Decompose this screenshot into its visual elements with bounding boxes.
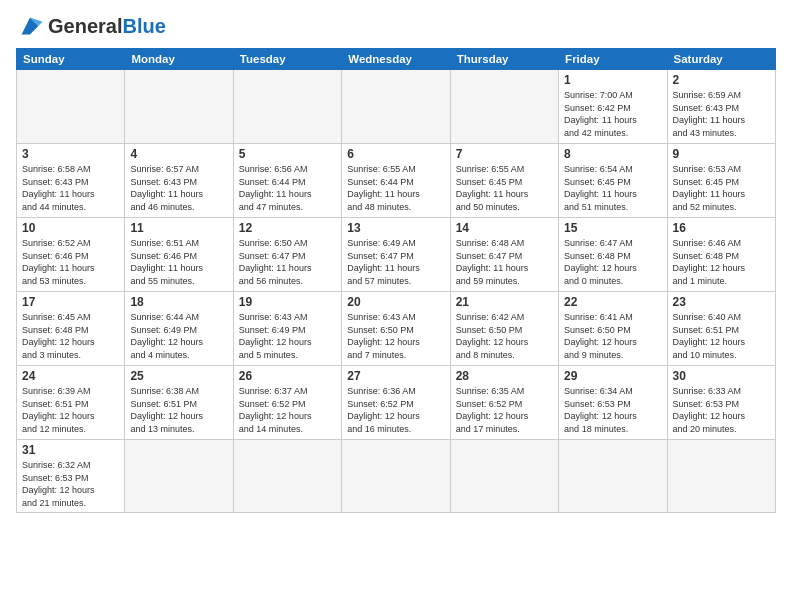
day-info: Sunrise: 6:43 AM Sunset: 6:50 PM Dayligh… <box>347 311 444 361</box>
calendar-cell: 3Sunrise: 6:58 AM Sunset: 6:43 PM Daylig… <box>17 144 125 218</box>
day-info: Sunrise: 6:51 AM Sunset: 6:46 PM Dayligh… <box>130 237 227 287</box>
day-number: 13 <box>347 221 444 235</box>
day-info: Sunrise: 6:55 AM Sunset: 6:45 PM Dayligh… <box>456 163 553 213</box>
day-number: 9 <box>673 147 770 161</box>
calendar-cell <box>667 440 775 513</box>
day-number: 2 <box>673 73 770 87</box>
calendar-cell <box>233 440 341 513</box>
day-number: 4 <box>130 147 227 161</box>
day-number: 27 <box>347 369 444 383</box>
col-tuesday: Tuesday <box>233 49 341 70</box>
day-number: 16 <box>673 221 770 235</box>
day-info: Sunrise: 6:37 AM Sunset: 6:52 PM Dayligh… <box>239 385 336 435</box>
day-number: 18 <box>130 295 227 309</box>
calendar-cell <box>450 70 558 144</box>
calendar-cell: 26Sunrise: 6:37 AM Sunset: 6:52 PM Dayli… <box>233 366 341 440</box>
day-info: Sunrise: 6:32 AM Sunset: 6:53 PM Dayligh… <box>22 459 119 509</box>
day-info: Sunrise: 6:53 AM Sunset: 6:45 PM Dayligh… <box>673 163 770 213</box>
calendar-cell: 10Sunrise: 6:52 AM Sunset: 6:46 PM Dayli… <box>17 218 125 292</box>
week-row: 10Sunrise: 6:52 AM Sunset: 6:46 PM Dayli… <box>17 218 776 292</box>
day-number: 7 <box>456 147 553 161</box>
day-number: 30 <box>673 369 770 383</box>
calendar-cell: 19Sunrise: 6:43 AM Sunset: 6:49 PM Dayli… <box>233 292 341 366</box>
day-number: 21 <box>456 295 553 309</box>
col-sunday: Sunday <box>17 49 125 70</box>
day-info: Sunrise: 6:59 AM Sunset: 6:43 PM Dayligh… <box>673 89 770 139</box>
week-row: 24Sunrise: 6:39 AM Sunset: 6:51 PM Dayli… <box>17 366 776 440</box>
day-info: Sunrise: 6:54 AM Sunset: 6:45 PM Dayligh… <box>564 163 661 213</box>
day-info: Sunrise: 6:46 AM Sunset: 6:48 PM Dayligh… <box>673 237 770 287</box>
day-number: 14 <box>456 221 553 235</box>
day-number: 1 <box>564 73 661 87</box>
calendar-cell <box>17 70 125 144</box>
day-number: 10 <box>22 221 119 235</box>
generalblue-logo-icon <box>16 12 44 40</box>
calendar-cell: 7Sunrise: 6:55 AM Sunset: 6:45 PM Daylig… <box>450 144 558 218</box>
day-number: 28 <box>456 369 553 383</box>
calendar-cell: 5Sunrise: 6:56 AM Sunset: 6:44 PM Daylig… <box>233 144 341 218</box>
col-thursday: Thursday <box>450 49 558 70</box>
calendar-cell: 14Sunrise: 6:48 AM Sunset: 6:47 PM Dayli… <box>450 218 558 292</box>
calendar-cell: 31Sunrise: 6:32 AM Sunset: 6:53 PM Dayli… <box>17 440 125 513</box>
col-saturday: Saturday <box>667 49 775 70</box>
week-row: 3Sunrise: 6:58 AM Sunset: 6:43 PM Daylig… <box>17 144 776 218</box>
calendar-cell: 21Sunrise: 6:42 AM Sunset: 6:50 PM Dayli… <box>450 292 558 366</box>
day-number: 29 <box>564 369 661 383</box>
day-info: Sunrise: 6:52 AM Sunset: 6:46 PM Dayligh… <box>22 237 119 287</box>
day-info: Sunrise: 6:45 AM Sunset: 6:48 PM Dayligh… <box>22 311 119 361</box>
day-number: 26 <box>239 369 336 383</box>
col-wednesday: Wednesday <box>342 49 450 70</box>
week-row: 31Sunrise: 6:32 AM Sunset: 6:53 PM Dayli… <box>17 440 776 513</box>
day-info: Sunrise: 6:36 AM Sunset: 6:52 PM Dayligh… <box>347 385 444 435</box>
calendar-cell: 27Sunrise: 6:36 AM Sunset: 6:52 PM Dayli… <box>342 366 450 440</box>
day-info: Sunrise: 6:47 AM Sunset: 6:48 PM Dayligh… <box>564 237 661 287</box>
calendar-cell: 13Sunrise: 6:49 AM Sunset: 6:47 PM Dayli… <box>342 218 450 292</box>
calendar-cell: 11Sunrise: 6:51 AM Sunset: 6:46 PM Dayli… <box>125 218 233 292</box>
day-number: 17 <box>22 295 119 309</box>
day-number: 6 <box>347 147 444 161</box>
day-number: 20 <box>347 295 444 309</box>
day-info: Sunrise: 6:58 AM Sunset: 6:43 PM Dayligh… <box>22 163 119 213</box>
day-info: Sunrise: 7:00 AM Sunset: 6:42 PM Dayligh… <box>564 89 661 139</box>
day-info: Sunrise: 6:40 AM Sunset: 6:51 PM Dayligh… <box>673 311 770 361</box>
page: GeneralBlue Sunday Monday Tuesday Wednes… <box>0 0 792 612</box>
calendar-cell: 12Sunrise: 6:50 AM Sunset: 6:47 PM Dayli… <box>233 218 341 292</box>
calendar-cell: 20Sunrise: 6:43 AM Sunset: 6:50 PM Dayli… <box>342 292 450 366</box>
calendar-cell: 30Sunrise: 6:33 AM Sunset: 6:53 PM Dayli… <box>667 366 775 440</box>
day-info: Sunrise: 6:44 AM Sunset: 6:49 PM Dayligh… <box>130 311 227 361</box>
week-row: 17Sunrise: 6:45 AM Sunset: 6:48 PM Dayli… <box>17 292 776 366</box>
day-number: 12 <box>239 221 336 235</box>
day-info: Sunrise: 6:41 AM Sunset: 6:50 PM Dayligh… <box>564 311 661 361</box>
day-info: Sunrise: 6:38 AM Sunset: 6:51 PM Dayligh… <box>130 385 227 435</box>
day-info: Sunrise: 6:55 AM Sunset: 6:44 PM Dayligh… <box>347 163 444 213</box>
calendar-cell <box>125 70 233 144</box>
day-info: Sunrise: 6:42 AM Sunset: 6:50 PM Dayligh… <box>456 311 553 361</box>
day-info: Sunrise: 6:48 AM Sunset: 6:47 PM Dayligh… <box>456 237 553 287</box>
calendar-cell: 2Sunrise: 6:59 AM Sunset: 6:43 PM Daylig… <box>667 70 775 144</box>
calendar-cell: 18Sunrise: 6:44 AM Sunset: 6:49 PM Dayli… <box>125 292 233 366</box>
day-number: 19 <box>239 295 336 309</box>
calendar-cell: 28Sunrise: 6:35 AM Sunset: 6:52 PM Dayli… <box>450 366 558 440</box>
col-monday: Monday <box>125 49 233 70</box>
day-number: 24 <box>22 369 119 383</box>
day-info: Sunrise: 6:56 AM Sunset: 6:44 PM Dayligh… <box>239 163 336 213</box>
col-friday: Friday <box>559 49 667 70</box>
day-number: 25 <box>130 369 227 383</box>
day-number: 22 <box>564 295 661 309</box>
calendar-cell <box>450 440 558 513</box>
calendar-cell: 24Sunrise: 6:39 AM Sunset: 6:51 PM Dayli… <box>17 366 125 440</box>
logo: GeneralBlue <box>16 12 166 40</box>
calendar-cell: 23Sunrise: 6:40 AM Sunset: 6:51 PM Dayli… <box>667 292 775 366</box>
calendar-cell: 17Sunrise: 6:45 AM Sunset: 6:48 PM Dayli… <box>17 292 125 366</box>
logo-text: GeneralBlue <box>48 16 166 36</box>
day-info: Sunrise: 6:39 AM Sunset: 6:51 PM Dayligh… <box>22 385 119 435</box>
calendar-cell <box>342 70 450 144</box>
day-info: Sunrise: 6:34 AM Sunset: 6:53 PM Dayligh… <box>564 385 661 435</box>
day-number: 11 <box>130 221 227 235</box>
weekday-header-row: Sunday Monday Tuesday Wednesday Thursday… <box>17 49 776 70</box>
day-number: 3 <box>22 147 119 161</box>
calendar-cell: 9Sunrise: 6:53 AM Sunset: 6:45 PM Daylig… <box>667 144 775 218</box>
day-number: 5 <box>239 147 336 161</box>
calendar-cell: 4Sunrise: 6:57 AM Sunset: 6:43 PM Daylig… <box>125 144 233 218</box>
day-number: 31 <box>22 443 119 457</box>
